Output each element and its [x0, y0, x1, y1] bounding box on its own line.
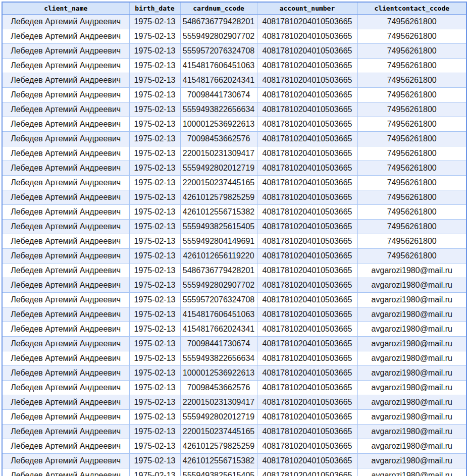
cell-clientcontact_ccode: avgarozi1980@mail.ru [357, 425, 466, 439]
cell-client_name: Лебедев Артемий Андреевич [2, 234, 129, 249]
table-row: Лебедев Артемий Андреевич1975-02-1342610… [2, 439, 466, 454]
cell-account_number: 40817810204010503665 [257, 439, 357, 454]
cell-clientcontact_ccode: avgarozi1980@mail.ru [357, 337, 466, 351]
cell-client_name: Лебедев Артемий Андреевич [2, 161, 129, 176]
cell-cardnum_ccode: 5559493822656634 [180, 102, 257, 117]
cell-account_number: 40817810204010503665 [257, 117, 357, 132]
table-row: Лебедев Артемий Андреевич1975-02-1322001… [2, 146, 466, 161]
cell-account_number: 40817810204010503665 [257, 307, 357, 322]
cell-clientcontact_ccode: avgarozi1980@mail.ru [357, 322, 466, 337]
cell-birth_date: 1975-02-13 [129, 293, 180, 307]
cell-account_number: 40817810204010503665 [257, 454, 357, 468]
cell-client_name: Лебедев Артемий Андреевич [2, 15, 129, 29]
cell-birth_date: 1975-02-13 [129, 337, 180, 351]
cell-account_number: 40817810204010503665 [257, 395, 357, 410]
cell-account_number: 40817810204010503665 [257, 220, 357, 234]
table-row: Лебедев Артемий Андреевич1975-02-1342610… [2, 190, 466, 205]
cell-client_name: Лебедев Артемий Андреевич [2, 176, 129, 190]
cell-cardnum_ccode: 5559493822656634 [180, 351, 257, 366]
cell-account_number: 40817810204010503665 [257, 205, 357, 220]
cell-clientcontact_ccode: 74956261800 [357, 15, 466, 29]
cell-clientcontact_ccode: 74956261800 [357, 132, 466, 146]
cell-birth_date: 1975-02-13 [129, 307, 180, 322]
cell-account_number: 40817810204010503665 [257, 29, 357, 44]
cell-cardnum_ccode: 4261012656119220 [180, 249, 257, 263]
cell-account_number: 40817810204010503665 [257, 410, 357, 425]
cell-cardnum_ccode: 5559493825615405 [180, 468, 257, 476]
table-row: Лебедев Артемий Андреевич1975-02-1322001… [2, 395, 466, 410]
table-row: Лебедев Артемий Андреевич1975-02-1341548… [2, 307, 466, 322]
cell-birth_date: 1975-02-13 [129, 190, 180, 205]
cell-clientcontact_ccode: 74956261800 [357, 29, 466, 44]
cell-birth_date: 1975-02-13 [129, 205, 180, 220]
cell-client_name: Лебедев Артемий Андреевич [2, 102, 129, 117]
cell-cardnum_ccode: 5559492802907702 [180, 29, 257, 44]
cell-cardnum_ccode: 4261012556715382 [180, 205, 257, 220]
cell-account_number: 40817810204010503665 [257, 132, 357, 146]
cell-account_number: 40817810204010503665 [257, 102, 357, 117]
cell-clientcontact_ccode: 74956261800 [357, 59, 466, 73]
cell-account_number: 40817810204010503665 [257, 366, 357, 381]
table-row: Лебедев Артемий Андреевич1975-02-1355594… [2, 102, 466, 117]
cell-account_number: 40817810204010503665 [257, 337, 357, 351]
cell-birth_date: 1975-02-13 [129, 102, 180, 117]
cell-birth_date: 1975-02-13 [129, 117, 180, 132]
cell-birth_date: 1975-02-13 [129, 249, 180, 263]
cell-clientcontact_ccode: 74956261800 [357, 176, 466, 190]
cell-client_name: Лебедев Артемий Андреевич [2, 249, 129, 263]
cell-birth_date: 1975-02-13 [129, 146, 180, 161]
cell-clientcontact_ccode: avgarozi1980@mail.ru [357, 351, 466, 366]
column-header-clientcontact_ccode: clientcontact_ccode [357, 2, 466, 15]
cell-clientcontact_ccode: avgarozi1980@mail.ru [357, 454, 466, 468]
cell-cardnum_ccode: 70098441730674 [180, 337, 257, 351]
cell-clientcontact_ccode: avgarozi1980@mail.ru [357, 381, 466, 395]
table-row: Лебедев Артемий Андреевич1975-02-1355594… [2, 234, 466, 249]
cell-cardnum_ccode: 70098441730674 [180, 88, 257, 102]
cell-account_number: 40817810204010503665 [257, 88, 357, 102]
cell-birth_date: 1975-02-13 [129, 176, 180, 190]
cell-clientcontact_ccode: avgarozi1980@mail.ru [357, 395, 466, 410]
cell-clientcontact_ccode: 74956261800 [357, 146, 466, 161]
cell-account_number: 40817810204010503665 [257, 278, 357, 293]
cell-birth_date: 1975-02-13 [129, 410, 180, 425]
cell-client_name: Лебедев Артемий Андреевич [2, 307, 129, 322]
cell-clientcontact_ccode: avgarozi1980@mail.ru [357, 439, 466, 454]
cell-cardnum_ccode: 5486736779428201 [180, 263, 257, 278]
cell-account_number: 40817810204010503665 [257, 190, 357, 205]
cell-client_name: Лебедев Артемий Андреевич [2, 29, 129, 44]
cell-client_name: Лебедев Артемий Андреевич [2, 44, 129, 59]
table-row: Лебедев Артемий Андреевич1975-02-1342610… [2, 205, 466, 220]
table-row: Лебедев Артемий Андреевич1975-02-1370098… [2, 337, 466, 351]
table-row: Лебедев Артемий Андреевич1975-02-1354867… [2, 263, 466, 278]
cell-cardnum_ccode: 5559493825615405 [180, 220, 257, 234]
cell-clientcontact_ccode: 74956261800 [357, 44, 466, 59]
cell-cardnum_ccode: 5559572076324708 [180, 293, 257, 307]
column-header-birth_date: birth_date [129, 2, 180, 15]
cell-cardnum_ccode: 4154817662024341 [180, 73, 257, 88]
cell-clientcontact_ccode: 74956261800 [357, 190, 466, 205]
cell-clientcontact_ccode: avgarozi1980@mail.ru [357, 468, 466, 476]
cell-client_name: Лебедев Артемий Андреевич [2, 410, 129, 425]
cell-birth_date: 1975-02-13 [129, 263, 180, 278]
cell-client_name: Лебедев Артемий Андреевич [2, 381, 129, 395]
cell-cardnum_ccode: 2200150237445165 [180, 425, 257, 439]
cell-account_number: 40817810204010503665 [257, 293, 357, 307]
cell-clientcontact_ccode: 74956261800 [357, 205, 466, 220]
table-row: Лебедев Артемий Андреевич1975-02-1355594… [2, 351, 466, 366]
cell-client_name: Лебедев Артемий Андреевич [2, 322, 129, 337]
cell-cardnum_ccode: 4154817662024341 [180, 322, 257, 337]
cell-birth_date: 1975-02-13 [129, 234, 180, 249]
cell-client_name: Лебедев Артемий Андреевич [2, 278, 129, 293]
table-row: Лебедев Артемий Андреевич1975-02-1341548… [2, 73, 466, 88]
cell-cardnum_ccode: 1000012536922613 [180, 366, 257, 381]
query-results-container: client_namebirth_datecardnum_ccodeaccoun… [2, 2, 467, 476]
cell-birth_date: 1975-02-13 [129, 395, 180, 410]
cell-cardnum_ccode: 2200150237445165 [180, 176, 257, 190]
cell-account_number: 40817810204010503665 [257, 234, 357, 249]
table-row: Лебедев Артемий Андреевич1975-02-1355594… [2, 29, 466, 44]
cell-client_name: Лебедев Артемий Андреевич [2, 425, 129, 439]
cell-clientcontact_ccode: 74956261800 [357, 73, 466, 88]
cell-cardnum_ccode: 2200150231309417 [180, 146, 257, 161]
cell-client_name: Лебедев Артемий Андреевич [2, 337, 129, 351]
cell-clientcontact_ccode: avgarozi1980@mail.ru [357, 410, 466, 425]
